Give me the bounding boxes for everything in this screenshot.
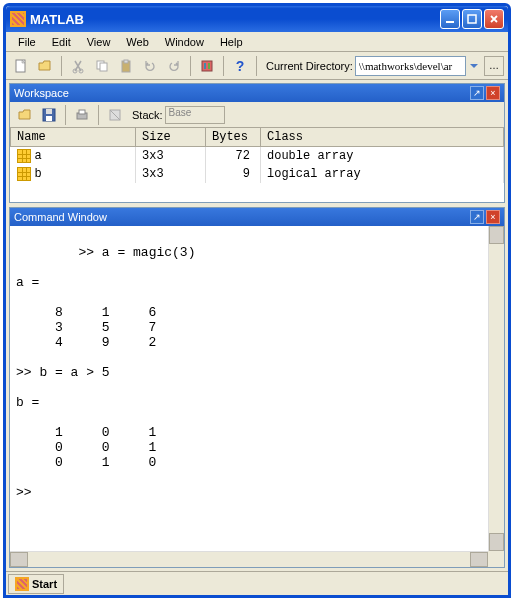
svg-rect-15: [46, 116, 52, 121]
matlab-icon: [15, 577, 29, 591]
var-bytes: 9: [206, 165, 261, 183]
window-controls: [440, 9, 504, 29]
start-button[interactable]: Start: [8, 574, 64, 594]
svg-rect-17: [79, 110, 85, 114]
array-icon: [17, 149, 31, 163]
horizontal-scrollbar[interactable]: [10, 551, 488, 567]
panels-area: Workspace ↗ × Stack: Base Name Size Byte…: [6, 80, 508, 571]
svg-rect-1: [468, 15, 476, 23]
menu-web[interactable]: Web: [118, 34, 156, 50]
command-window-title: Command Window: [14, 211, 468, 223]
separator: [98, 105, 99, 125]
workspace-toolbar: Stack: Base: [10, 102, 504, 128]
main-window: MATLAB File Edit View Web Window Help ? …: [3, 3, 511, 598]
col-size[interactable]: Size: [136, 128, 206, 147]
var-name: b: [35, 167, 42, 181]
svg-rect-8: [124, 60, 128, 63]
var-class: logical array: [261, 165, 504, 183]
svg-rect-0: [446, 21, 454, 23]
cut-button[interactable]: [67, 55, 89, 77]
array-icon: [17, 167, 31, 181]
svg-rect-10: [204, 63, 206, 69]
col-name[interactable]: Name: [11, 128, 136, 147]
menu-view[interactable]: View: [79, 34, 119, 50]
dropdown-icon[interactable]: [468, 57, 480, 75]
simulink-button[interactable]: [196, 55, 218, 77]
separator: [65, 105, 66, 125]
undock-icon[interactable]: ↗: [470, 86, 484, 100]
col-bytes[interactable]: Bytes: [206, 128, 261, 147]
start-label: Start: [32, 578, 57, 590]
col-class[interactable]: Class: [261, 128, 504, 147]
maximize-button[interactable]: [462, 9, 482, 29]
matlab-icon: [10, 11, 26, 27]
help-button[interactable]: ?: [229, 55, 251, 77]
paste-button[interactable]: [115, 55, 137, 77]
panel-close-button[interactable]: ×: [486, 86, 500, 100]
separator: [190, 56, 191, 76]
open-var-button[interactable]: [14, 104, 36, 126]
redo-button[interactable]: [163, 55, 185, 77]
var-size: 3x3: [136, 147, 206, 166]
svg-rect-6: [100, 63, 107, 71]
svg-rect-14: [46, 109, 52, 114]
command-output[interactable]: >> a = magic(3) a = 8 1 6 3 5 7 4 9 2 >>…: [16, 245, 195, 500]
panel-close-button[interactable]: ×: [486, 210, 500, 224]
print-ws-button[interactable]: [71, 104, 93, 126]
menu-window[interactable]: Window: [157, 34, 212, 50]
separator: [61, 56, 62, 76]
close-button[interactable]: [484, 9, 504, 29]
var-class: double array: [261, 147, 504, 166]
command-window-header[interactable]: Command Window ↗ ×: [10, 208, 504, 226]
command-window-body[interactable]: >> a = magic(3) a = 8 1 6 3 5 7 4 9 2 >>…: [10, 226, 504, 567]
toolbar: ? Current Directory: …: [6, 52, 508, 80]
window-title: MATLAB: [30, 12, 440, 27]
menubar: File Edit View Web Window Help: [6, 32, 508, 52]
stack-label: Stack:: [132, 109, 163, 121]
titlebar[interactable]: MATLAB: [6, 6, 508, 32]
svg-rect-9: [202, 61, 212, 71]
delete-var-button[interactable]: [104, 104, 126, 126]
menu-file[interactable]: File: [10, 34, 44, 50]
undock-icon[interactable]: ↗: [470, 210, 484, 224]
var-name: a: [35, 149, 42, 163]
current-directory-label: Current Directory:: [266, 60, 353, 72]
browse-button[interactable]: …: [484, 56, 504, 76]
workspace-panel-title: Workspace: [14, 87, 468, 99]
statusbar: Start: [6, 571, 508, 595]
save-ws-button[interactable]: [38, 104, 60, 126]
var-size: 3x3: [136, 165, 206, 183]
svg-text:?: ?: [236, 58, 245, 74]
workspace-panel: Workspace ↗ × Stack: Base Name Size Byte…: [9, 83, 505, 203]
table-row[interactable]: b 3x3 9 logical array: [11, 165, 504, 183]
menu-edit[interactable]: Edit: [44, 34, 79, 50]
command-window-panel: Command Window ↗ × >> a = magic(3) a = 8…: [9, 207, 505, 568]
vertical-scrollbar[interactable]: [488, 226, 504, 551]
scroll-corner: [488, 551, 504, 567]
undo-button[interactable]: [139, 55, 161, 77]
current-directory-input[interactable]: [355, 56, 466, 76]
copy-button[interactable]: [91, 55, 113, 77]
menu-help[interactable]: Help: [212, 34, 251, 50]
new-file-button[interactable]: [10, 55, 32, 77]
table-header-row: Name Size Bytes Class: [11, 128, 504, 147]
table-row[interactable]: a 3x3 72 double array: [11, 147, 504, 166]
open-file-button[interactable]: [34, 55, 56, 77]
stack-select[interactable]: Base: [165, 106, 225, 124]
minimize-button[interactable]: [440, 9, 460, 29]
separator: [256, 56, 257, 76]
workspace-table: Name Size Bytes Class a 3x3 72 double ar…: [10, 128, 504, 183]
separator: [223, 56, 224, 76]
svg-rect-11: [208, 63, 210, 69]
workspace-panel-header[interactable]: Workspace ↗ ×: [10, 84, 504, 102]
var-bytes: 72: [206, 147, 261, 166]
